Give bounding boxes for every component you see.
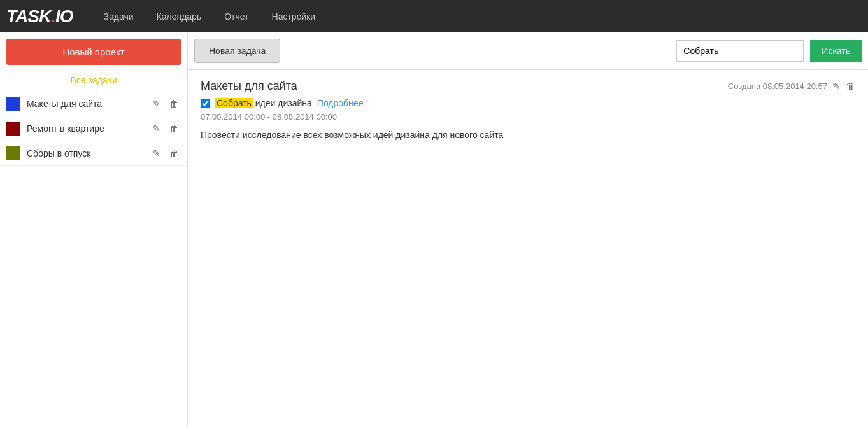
subtask-text: Собрать идеи дизайна (215, 98, 312, 108)
task-dates: 07.05.2014 00:00 - 08.05.2014 00:00 (201, 112, 855, 122)
subtask-highlighted: Собрать (215, 98, 253, 108)
task-meta-right: Создана 08.05.2014 20:57 ✎ 🗑 (728, 81, 855, 92)
delete-task-button[interactable]: 🗑 (846, 81, 855, 92)
new-task-button[interactable]: Новая задача (194, 39, 280, 63)
task-title-row: Макеты для сайта Создана 08.05.2014 20:5… (201, 80, 855, 93)
task-description: Провести исследование всех возможных иде… (201, 128, 855, 142)
app-logo[interactable]: TASK.IO (6, 6, 73, 27)
project-color-2 (6, 122, 20, 136)
search-input[interactable] (676, 40, 804, 62)
edit-project-3-button[interactable]: ✎ (150, 147, 163, 160)
logo-task: TASK (6, 6, 51, 26)
edit-task-button[interactable]: ✎ (832, 81, 841, 92)
nav-settings[interactable]: Настройки (267, 8, 321, 25)
delete-project-2-button[interactable]: 🗑 (167, 122, 181, 135)
header: TASK.IO Задачи Календарь Отчет Настройки (0, 0, 868, 32)
search-button[interactable]: Искать (810, 40, 862, 62)
nav-calendar[interactable]: Календарь (152, 8, 207, 25)
task-created-label: Создана 08.05.2014 20:57 (728, 81, 827, 91)
main-content: Новая задача Искать Макеты для сайта Соз… (188, 32, 868, 427)
sidebar-item-project-3[interactable]: Сборы в отпуск ✎ 🗑 (0, 141, 187, 166)
edit-project-1-button[interactable]: ✎ (150, 97, 163, 110)
sidebar-item-project-2[interactable]: Ремонт в квартире ✎ 🗑 (0, 116, 187, 141)
main-layout: Новый проект Все задачи Макеты для сайта… (0, 32, 868, 427)
task-title: Макеты для сайта (201, 80, 297, 93)
edit-project-2-button[interactable]: ✎ (150, 122, 163, 135)
task-subtask-row: Собрать идеи дизайна Подробнее (201, 98, 855, 108)
logo-dot: . (51, 6, 55, 26)
project-actions-2: ✎ 🗑 (150, 122, 181, 135)
nav-report[interactable]: Отчет (219, 8, 253, 25)
project-name-2: Ремонт в квартире (27, 123, 150, 134)
all-tasks-link[interactable]: Все задачи (0, 71, 187, 92)
new-project-button[interactable]: Новый проект (6, 39, 181, 65)
delete-project-3-button[interactable]: 🗑 (167, 147, 181, 160)
delete-project-1-button[interactable]: 🗑 (167, 97, 181, 110)
project-actions-1: ✎ 🗑 (150, 97, 181, 110)
toolbar: Новая задача Искать (188, 32, 868, 70)
nav-tasks[interactable]: Задачи (99, 8, 139, 25)
subtask-rest: идеи дизайна (253, 98, 312, 108)
task-detail: Макеты для сайта Создана 08.05.2014 20:5… (188, 70, 868, 427)
project-name-3: Сборы в отпуск (27, 148, 150, 158)
logo-io: IO (55, 6, 73, 26)
subtask-checkbox[interactable] (201, 99, 210, 108)
project-color-3 (6, 146, 20, 160)
sidebar-item-project-1[interactable]: Макеты для сайта ✎ 🗑 (0, 92, 187, 116)
project-name-1: Макеты для сайта (27, 99, 150, 109)
project-color-1 (6, 97, 20, 111)
sidebar: Новый проект Все задачи Макеты для сайта… (0, 32, 188, 427)
project-actions-3: ✎ 🗑 (150, 147, 181, 160)
subtask-details-link[interactable]: Подробнее (317, 98, 364, 108)
